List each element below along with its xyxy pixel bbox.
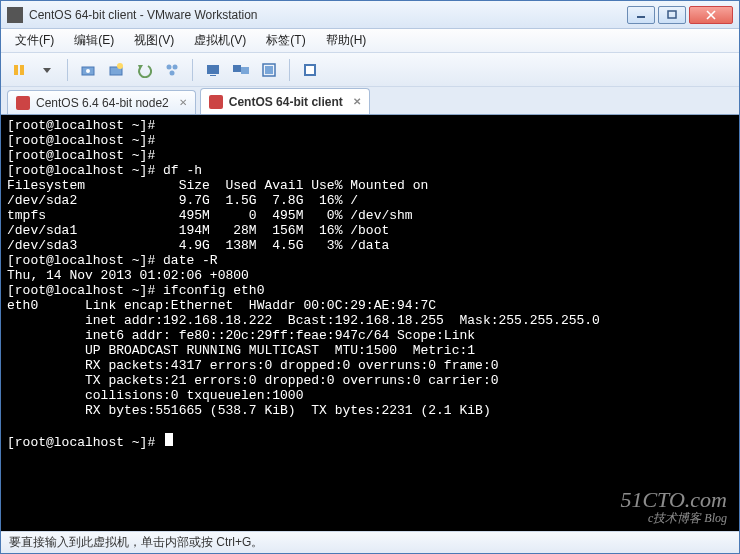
menu-vm[interactable]: 虚拟机(V) (188, 30, 252, 51)
close-icon[interactable]: ✕ (179, 97, 187, 108)
revert-button[interactable] (132, 58, 156, 82)
close-button[interactable] (689, 6, 733, 24)
vm-icon (16, 96, 30, 110)
tab-node2[interactable]: CentOS 6.4 64-bit node2 ✕ (7, 90, 196, 114)
titlebar[interactable]: CentOS 64-bit client - VMware Workstatio… (1, 1, 739, 29)
svg-rect-4 (14, 65, 18, 75)
svg-rect-22 (306, 66, 314, 74)
fullscreen-button[interactable] (257, 58, 281, 82)
svg-point-12 (167, 64, 172, 69)
svg-rect-17 (233, 65, 241, 72)
vm-icon (209, 95, 223, 109)
svg-rect-18 (241, 67, 249, 74)
terminal-console[interactable]: [root@localhost ~]# [root@localhost ~]# … (1, 115, 739, 531)
svg-rect-1 (668, 11, 676, 18)
svg-point-8 (86, 69, 90, 73)
separator (289, 59, 290, 81)
maximize-button[interactable] (658, 6, 686, 24)
svg-rect-15 (207, 65, 219, 74)
svg-rect-20 (265, 66, 273, 74)
status-text: 要直接输入到此虚拟机，单击内部或按 Ctrl+G。 (9, 534, 263, 551)
svg-point-13 (173, 64, 178, 69)
svg-rect-5 (20, 65, 24, 75)
svg-rect-16 (210, 75, 216, 76)
tab-label: CentOS 64-bit client (229, 95, 343, 109)
tab-client[interactable]: CentOS 64-bit client ✕ (200, 88, 370, 114)
snapshot-button[interactable] (76, 58, 100, 82)
svg-point-14 (170, 70, 175, 75)
menu-view[interactable]: 视图(V) (128, 30, 180, 51)
pause-button[interactable] (7, 58, 31, 82)
app-icon (7, 7, 23, 23)
snapshot-manager-button[interactable] (160, 58, 184, 82)
menu-tabs[interactable]: 标签(T) (260, 30, 311, 51)
close-icon[interactable]: ✕ (353, 96, 361, 107)
svg-marker-6 (43, 68, 51, 73)
menu-help[interactable]: 帮助(H) (320, 30, 373, 51)
window-title: CentOS 64-bit client - VMware Workstatio… (29, 8, 627, 22)
multi-monitor-button[interactable] (229, 58, 253, 82)
snapshot-new-button[interactable] (104, 58, 128, 82)
tabbar: CentOS 6.4 64-bit node2 ✕ CentOS 64-bit … (1, 87, 739, 115)
toolbar (1, 53, 739, 87)
statusbar: 要直接输入到此虚拟机，单击内部或按 Ctrl+G。 (1, 531, 739, 553)
separator (192, 59, 193, 81)
menu-edit[interactable]: 编辑(E) (68, 30, 120, 51)
dropdown-icon[interactable] (35, 58, 59, 82)
separator (67, 59, 68, 81)
vmware-window: CentOS 64-bit client - VMware Workstatio… (0, 0, 740, 554)
unity-button[interactable] (298, 58, 322, 82)
tab-label: CentOS 6.4 64-bit node2 (36, 96, 169, 110)
show-console-button[interactable] (201, 58, 225, 82)
menubar: 文件(F) 编辑(E) 视图(V) 虚拟机(V) 标签(T) 帮助(H) (1, 29, 739, 53)
menu-file[interactable]: 文件(F) (9, 30, 60, 51)
svg-point-10 (117, 63, 123, 69)
window-controls (627, 6, 733, 24)
minimize-button[interactable] (627, 6, 655, 24)
